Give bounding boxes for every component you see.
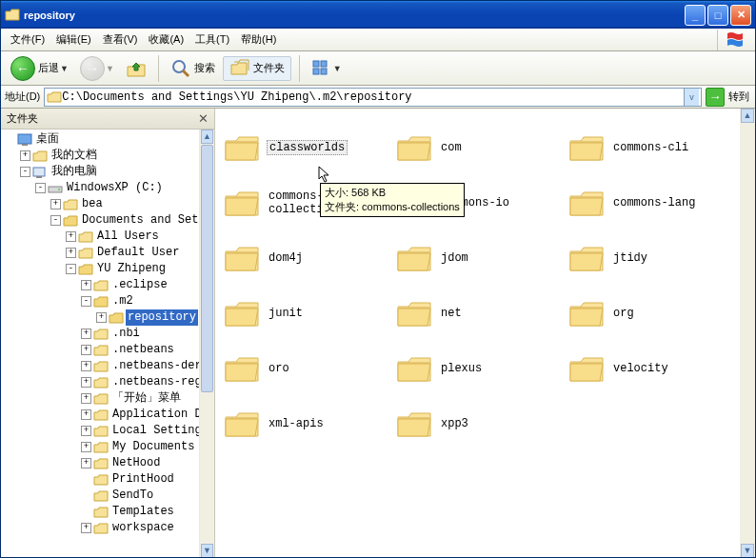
folder-name: xpp3 [439, 417, 470, 430]
folder-icon [93, 489, 109, 503]
folder-item[interactable]: junit [223, 286, 395, 341]
folder-item[interactable]: org [567, 286, 740, 341]
toolbar: ← 后退 ▼ → ▼ 搜索 文件夹 ▼ [1, 51, 755, 86]
folder-item[interactable]: com [395, 120, 567, 175]
address-dropdown[interactable]: v [684, 89, 699, 106]
up-button[interactable] [122, 56, 150, 81]
tree-desktop[interactable]: 桌面 [34, 131, 61, 148]
tree-item[interactable]: Default User [95, 245, 181, 261]
folder-open-icon [63, 214, 78, 228]
tree-item[interactable]: Templates [110, 504, 176, 520]
folder-item[interactable]: xml-apis [223, 396, 395, 451]
tree-item[interactable]: Documents and Settings [80, 212, 214, 229]
svg-rect-2 [313, 61, 319, 67]
folder-icon [223, 240, 261, 276]
views-icon [311, 59, 332, 78]
file-list[interactable]: classworldscomcommons-clicommons-collect… [215, 109, 755, 558]
tree-item[interactable]: PrintHood [110, 471, 176, 488]
search-button[interactable]: 搜索 [167, 56, 219, 81]
back-label: 后退 [38, 61, 59, 75]
folders-button[interactable]: 文件夹 [223, 56, 291, 81]
folder-open-icon [93, 295, 109, 309]
tree-item[interactable]: Local Settings [110, 423, 210, 439]
svg-rect-7 [22, 144, 28, 146]
folder-open-icon [78, 263, 93, 276]
content-scrollbar[interactable]: ▲ ▼ [740, 109, 755, 558]
close-panel-button[interactable]: ✕ [198, 111, 209, 126]
menu-favorites[interactable]: 收藏(A) [143, 30, 189, 49]
folder-item[interactable]: commons-lang [567, 175, 740, 230]
folder-icon [93, 473, 109, 487]
tree-item[interactable]: My Documents [110, 439, 196, 455]
menu-view[interactable]: 查看(V) [97, 30, 144, 49]
tree-item[interactable]: workspace [110, 520, 176, 536]
expand-button[interactable]: + [20, 150, 30, 161]
back-button[interactable]: ← 后退 ▼ [7, 54, 72, 83]
address-input[interactable] [62, 90, 684, 104]
scroll-down-icon[interactable]: ▼ [201, 544, 213, 558]
tree-mycomp[interactable]: 我的电脑 [50, 164, 99, 180]
close-button[interactable]: ✕ [730, 5, 751, 26]
documents-icon [32, 149, 48, 163]
window-title: repository [24, 10, 75, 21]
go-button[interactable]: → [706, 88, 725, 107]
folder-item[interactable]: oro [223, 341, 395, 396]
tree-item[interactable]: NetHood [110, 455, 162, 471]
folder-name: xml-apis [267, 417, 326, 430]
folder-item[interactable]: xpp3 [395, 396, 567, 451]
tree-scrollbar[interactable]: ▲ ▼ [199, 130, 214, 558]
tree-item[interactable]: YU Zhipeng [95, 261, 168, 277]
tree-item[interactable]: All Users [95, 229, 161, 245]
folder-item[interactable]: dom4j [223, 230, 395, 286]
svg-point-11 [58, 189, 60, 190]
folder-icon [93, 344, 109, 357]
scroll-up-icon[interactable]: ▲ [201, 130, 213, 144]
folder-icon [93, 457, 109, 470]
folder-icon [93, 376, 109, 389]
tree-item[interactable]: SendTo [110, 488, 155, 504]
tree-item[interactable]: .m2 [110, 293, 135, 309]
tree-item[interactable]: 「开始」菜单 [110, 390, 183, 407]
folder-item[interactable]: plexus [395, 341, 567, 396]
folders-panel: 文件夹 ✕ 桌面 +我的文档 -我的电脑 -WindowsXP (C:) +be… [1, 109, 215, 558]
forward-button[interactable]: → ▼ [76, 54, 118, 83]
folder-item[interactable]: net [395, 286, 567, 341]
maximize-button[interactable]: □ [707, 5, 728, 26]
menu-help[interactable]: 帮助(H) [235, 30, 282, 49]
menu-tools[interactable]: 工具(T) [189, 30, 235, 49]
folder-icon [93, 425, 109, 438]
folder-item[interactable]: jdom [395, 230, 567, 286]
folder-item[interactable]: classworlds [223, 120, 395, 175]
scroll-thumb[interactable] [201, 145, 213, 392]
address-field[interactable]: v [44, 88, 702, 107]
folders-icon [229, 59, 250, 78]
folder-icon [47, 90, 62, 104]
folder-item[interactable]: velocity [567, 341, 740, 396]
tree-item[interactable]: bea [80, 196, 105, 212]
tree-item[interactable]: .netbeans [110, 342, 176, 358]
desktop-icon [17, 133, 32, 147]
folder-icon [5, 8, 20, 23]
address-label: 地址(D) [5, 90, 40, 104]
folder-icon [93, 328, 109, 341]
tree-item[interactable]: .eclipse [110, 277, 169, 293]
folder-icon [78, 230, 93, 244]
minimize-button[interactable]: _ [685, 5, 706, 26]
tree-drive[interactable]: WindowsXP (C:) [65, 180, 165, 196]
collapse-button[interactable]: - [35, 183, 46, 193]
scroll-down-icon[interactable]: ▼ [741, 544, 754, 558]
menu-file[interactable]: 文件(F) [5, 30, 50, 49]
folder-item[interactable]: jtidy [567, 230, 740, 286]
chevron-down-icon: ▼ [333, 64, 342, 73]
scroll-up-icon[interactable]: ▲ [741, 109, 754, 123]
folder-item[interactable]: commons-cli [567, 120, 740, 175]
folder-icon [78, 247, 93, 260]
folder-open-icon [109, 311, 124, 325]
collapse-button[interactable]: - [20, 167, 30, 177]
tree-item-selected[interactable]: repository [126, 309, 198, 326]
folder-tree[interactable]: 桌面 +我的文档 -我的电脑 -WindowsXP (C:) +bea -Doc… [1, 130, 214, 558]
menu-edit[interactable]: 编辑(E) [50, 30, 97, 49]
tree-mydocs[interactable]: 我的文档 [50, 148, 99, 164]
views-button[interactable]: ▼ [308, 57, 346, 80]
tree-item[interactable]: .nbi [110, 326, 142, 342]
